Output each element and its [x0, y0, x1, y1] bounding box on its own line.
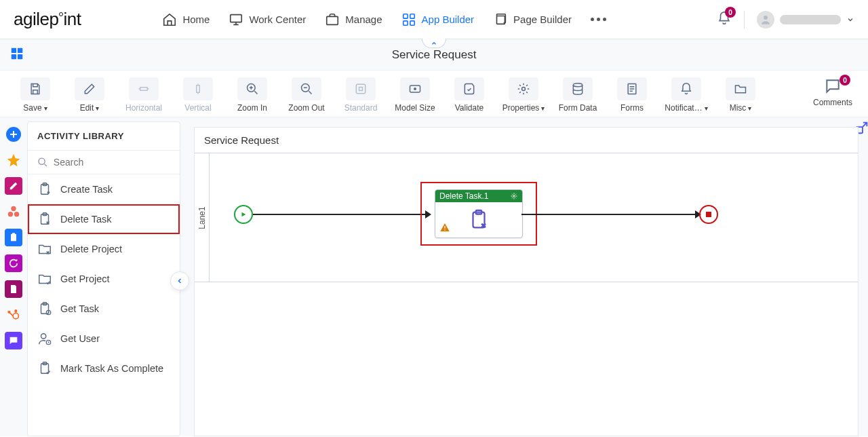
collapse-panel-button[interactable]	[170, 271, 189, 290]
svg-rect-3	[410, 14, 414, 18]
activity-item-label: Get Task	[60, 303, 99, 314]
validate-button[interactable]: Validate	[443, 77, 495, 113]
pencil-icon	[8, 180, 19, 191]
activity-item-label: Create Task	[60, 184, 113, 195]
model-size-button[interactable]: Model Size	[389, 77, 441, 113]
user-menu[interactable]	[757, 11, 854, 28]
save-label: Save	[23, 103, 41, 113]
svg-rect-48	[444, 226, 445, 229]
nav-app-builder[interactable]: App Builder	[401, 12, 475, 27]
validate-icon	[462, 82, 476, 96]
rail-doc[interactable]	[5, 280, 22, 298]
process-canvas[interactable]: Service Request Lane1 Delete Task.1	[194, 127, 859, 436]
activity-item-label: Delete Project	[60, 244, 122, 254]
svg-point-20	[522, 88, 526, 91]
svg-point-30	[8, 311, 10, 314]
nav-more-button[interactable]	[591, 18, 606, 21]
form-data-button[interactable]: Form Data	[552, 77, 604, 113]
asana-icon	[6, 204, 21, 219]
nav-work-center-label: Work Center	[249, 14, 306, 25]
activity-item-delete-project[interactable]: Delete Project	[28, 234, 180, 264]
user-name	[780, 15, 841, 24]
notifications-tool-button[interactable]: Notificat…▾	[660, 77, 712, 113]
nav-home-label: Home	[182, 14, 210, 25]
svg-rect-8	[12, 48, 16, 53]
svg-point-25	[8, 212, 13, 216]
notifications-button[interactable]: 0	[717, 11, 732, 28]
task-node-title: Delete Task.1	[439, 191, 489, 201]
svg-rect-1	[327, 16, 338, 24]
chat-icon	[8, 335, 19, 346]
align-horizontal-button[interactable]: Horizontal	[118, 77, 170, 113]
zoom-standard-button[interactable]: Standard	[335, 77, 387, 113]
rail-clipboard[interactable]	[5, 229, 22, 246]
nav-page-builder[interactable]: Page Builder	[493, 12, 572, 27]
rail-asana[interactable]	[5, 203, 22, 221]
rail-hubspot[interactable]	[5, 306, 22, 324]
gear-icon	[517, 82, 530, 96]
horizontal-label: Horizontal	[125, 103, 162, 113]
svg-point-45	[513, 195, 515, 197]
activity-item-mark-complete[interactable]: Mark Task As Complete	[28, 354, 180, 383]
gear-icon[interactable]	[510, 192, 518, 200]
rail-edit[interactable]	[5, 177, 22, 195]
misc-button[interactable]: Misc▾	[715, 77, 766, 113]
save-icon	[28, 82, 42, 96]
grid-icon	[9, 46, 24, 61]
activity-item-get-project[interactable]: Get Project	[28, 264, 180, 294]
svg-rect-13	[197, 86, 200, 93]
activity-item-get-user[interactable]: Get User	[28, 324, 180, 354]
play-icon	[240, 211, 247, 218]
activity-item-create-task[interactable]: Create Task	[28, 174, 180, 204]
activity-item-delete-task[interactable]: Delete Task	[28, 204, 180, 234]
activity-item-label: Get User	[60, 333, 100, 344]
activity-item-get-task[interactable]: Get Task	[28, 294, 180, 324]
task-node-body	[435, 202, 522, 238]
clipboard-x-icon	[467, 208, 490, 231]
comments-badge: 0	[840, 75, 850, 86]
hubspot-icon	[7, 308, 20, 322]
activity-search-row	[28, 150, 180, 174]
align-horizontal-icon	[136, 83, 151, 95]
svg-rect-16	[356, 84, 365, 93]
activity-search-input[interactable]	[54, 157, 170, 168]
rail-refresh[interactable]	[5, 254, 22, 272]
activity-list: Create Task Delete Task Delete Project G…	[28, 174, 180, 383]
top-navigation: agilepint Home Work Center Manage App Bu…	[0, 0, 868, 39]
folder-check-icon	[37, 271, 52, 286]
task-node-delete-task[interactable]: Delete Task.1	[435, 189, 523, 238]
edit-button[interactable]: Edit▾	[64, 77, 115, 113]
svg-rect-4	[403, 20, 407, 24]
rail-favorites[interactable]	[5, 151, 22, 169]
edge	[521, 214, 696, 215]
logo: agilepint	[14, 9, 81, 30]
activity-library-title: ACTIVITY LIBRARY	[28, 122, 180, 150]
nav-home[interactable]: Home	[162, 12, 210, 27]
align-vertical-button[interactable]: Vertical	[172, 77, 224, 113]
start-node[interactable]	[234, 205, 253, 224]
svg-rect-10	[12, 54, 16, 59]
forms-button[interactable]: Forms	[606, 77, 658, 113]
search-icon	[37, 156, 48, 168]
apps-grid-button[interactable]	[9, 46, 24, 63]
star-icon	[6, 153, 21, 168]
save-button[interactable]: Save▾	[9, 77, 61, 113]
properties-button[interactable]: Properties▾	[498, 77, 549, 113]
lane: Lane1 Delete Task.1	[195, 153, 858, 282]
nav-work-center[interactable]: Work Center	[229, 12, 306, 27]
svg-rect-0	[231, 14, 242, 22]
end-node[interactable]	[699, 205, 718, 224]
apps-icon	[401, 12, 416, 27]
zoom-in-button[interactable]: Zoom In	[226, 77, 278, 113]
zoom-out-label: Zoom Out	[288, 103, 324, 113]
rail-add[interactable]	[5, 126, 22, 143]
comments-button[interactable]: 0 Comments	[807, 77, 859, 107]
canvas-title: Service Request	[195, 128, 858, 153]
chevron-down-icon	[846, 16, 854, 24]
rail-chat[interactable]	[5, 332, 22, 349]
activity-library-panel: ACTIVITY LIBRARY Create Task Delete Task…	[27, 121, 180, 436]
edge	[253, 214, 427, 215]
warning-icon	[439, 222, 450, 235]
zoom-out-button[interactable]: Zoom Out	[281, 77, 332, 113]
nav-manage[interactable]: Manage	[325, 12, 382, 27]
